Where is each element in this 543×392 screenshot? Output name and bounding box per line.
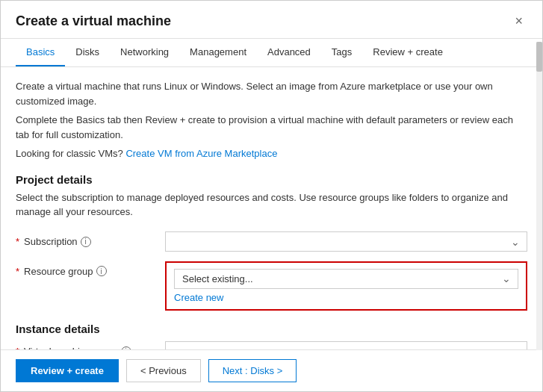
scrollbar-thumb[interactable]	[536, 42, 542, 72]
subscription-control	[165, 231, 527, 252]
tab-management[interactable]: Management	[179, 39, 257, 66]
resource-group-row: * Resource group i Select existing... Cr…	[16, 261, 527, 311]
scrollbar-track	[536, 42, 542, 350]
resource-group-label-text: Resource group	[24, 266, 93, 277]
tabs-bar: Basics Disks Networking Management Advan…	[1, 39, 542, 67]
vm-name-input[interactable]	[165, 341, 527, 349]
create-new-resource-group-link[interactable]: Create new	[174, 292, 518, 303]
subscription-select-wrapper	[165, 231, 527, 252]
content-area: Create a virtual machine that runs Linux…	[1, 67, 542, 349]
dialog-title: Create a virtual machine	[16, 13, 171, 29]
subscription-select[interactable]	[165, 231, 527, 252]
vm-name-control	[165, 341, 527, 349]
tab-networking[interactable]: Networking	[110, 39, 179, 66]
tab-basics[interactable]: Basics	[16, 39, 65, 66]
project-details-desc: Select the subscription to manage deploy…	[16, 190, 527, 220]
description-line3: Looking for classic VMs? Create VM from …	[16, 146, 527, 161]
resource-group-select-wrapper: Select existing...	[174, 269, 518, 289]
project-details-title: Project details	[16, 173, 527, 186]
subscription-row: * Subscription i	[16, 230, 527, 254]
footer: Review + create < Previous Next : Disks …	[1, 349, 542, 391]
description-line3-prefix: Looking for classic VMs?	[16, 148, 125, 159]
resource-group-highlighted-section: Select existing... Create new	[165, 261, 527, 311]
resource-group-required: *	[16, 266, 19, 277]
subscription-info-icon[interactable]: i	[81, 237, 91, 247]
next-button[interactable]: Next : Disks >	[208, 359, 297, 382]
close-button[interactable]: ×	[510, 13, 527, 29]
resource-group-select[interactable]: Select existing...	[174, 269, 518, 289]
tab-disks[interactable]: Disks	[65, 39, 110, 66]
subscription-required: *	[16, 236, 19, 247]
description-line1: Create a virtual machine that runs Linux…	[16, 79, 527, 108]
description-line2: Complete the Basics tab then Review + cr…	[16, 113, 527, 142]
review-create-button[interactable]: Review + create	[16, 359, 119, 382]
subscription-label-text: Subscription	[24, 236, 78, 247]
tab-advanced[interactable]: Advanced	[257, 39, 321, 66]
resource-group-inner: Select existing... Create new	[174, 269, 518, 303]
vm-name-row: * Virtual machine name i	[16, 340, 527, 350]
resource-group-info-icon[interactable]: i	[96, 266, 107, 276]
resource-group-label: * Resource group i	[16, 261, 165, 277]
resource-group-control: Select existing... Create new	[165, 261, 527, 311]
azure-marketplace-link[interactable]: Create VM from Azure Marketplace	[125, 148, 277, 159]
dialog-header: Create a virtual machine ×	[1, 1, 542, 39]
subscription-label: * Subscription i	[16, 236, 165, 247]
create-vm-dialog: Create a virtual machine × Basics Disks …	[0, 0, 543, 392]
tab-review-create[interactable]: Review + create	[362, 39, 453, 66]
previous-button[interactable]: < Previous	[126, 359, 201, 382]
instance-details-title: Instance details	[16, 323, 527, 335]
tab-tags[interactable]: Tags	[321, 39, 362, 66]
